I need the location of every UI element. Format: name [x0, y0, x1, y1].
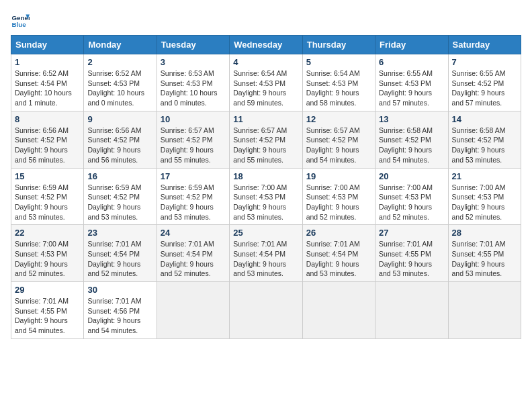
week-row-3: 15 Sunrise: 6:59 AM Sunset: 4:52 PM Dayl…	[11, 168, 521, 225]
calendar-table: SundayMondayTuesdayWednesdayThursdayFrid…	[11, 35, 521, 339]
day-number: 11	[233, 114, 298, 124]
day-cell: 3 Sunrise: 6:53 AM Sunset: 4:53 PM Dayli…	[157, 54, 229, 111]
day-info: Sunrise: 6:58 AM Sunset: 4:52 PM Dayligh…	[452, 126, 517, 165]
day-cell: 25 Sunrise: 7:01 AM Sunset: 4:54 PM Dayl…	[230, 225, 302, 282]
day-cell	[302, 282, 375, 339]
day-number: 25	[233, 228, 298, 238]
day-cell: 2 Sunrise: 6:52 AM Sunset: 4:53 PM Dayli…	[84, 54, 157, 111]
day-cell: 19 Sunrise: 7:00 AM Sunset: 4:53 PM Dayl…	[302, 168, 375, 225]
day-number: 28	[452, 228, 517, 238]
day-number: 18	[233, 171, 298, 181]
header-row: SundayMondayTuesdayWednesdayThursdayFrid…	[11, 36, 521, 54]
day-cell: 21 Sunrise: 7:00 AM Sunset: 4:53 PM Dayl…	[448, 168, 521, 225]
day-info: Sunrise: 7:01 AM Sunset: 4:54 PM Dayligh…	[233, 239, 298, 279]
page-header: General Blue	[11, 11, 521, 30]
day-cell: 22 Sunrise: 7:00 AM Sunset: 4:53 PM Dayl…	[11, 225, 84, 282]
day-info: Sunrise: 7:01 AM Sunset: 4:56 PM Dayligh…	[87, 296, 152, 336]
day-number: 10	[161, 114, 226, 124]
day-cell: 9 Sunrise: 6:56 AM Sunset: 4:52 PM Dayli…	[84, 111, 157, 168]
day-number: 20	[379, 171, 444, 181]
day-cell	[157, 282, 229, 339]
day-info: Sunrise: 6:56 AM Sunset: 4:52 PM Dayligh…	[15, 126, 80, 165]
day-info: Sunrise: 7:00 AM Sunset: 4:53 PM Dayligh…	[306, 183, 371, 222]
day-cell: 13 Sunrise: 6:58 AM Sunset: 4:52 PM Dayl…	[375, 111, 448, 168]
day-info: Sunrise: 6:59 AM Sunset: 4:52 PM Dayligh…	[161, 183, 226, 222]
day-cell	[230, 282, 302, 339]
day-cell: 30 Sunrise: 7:01 AM Sunset: 4:56 PM Dayl…	[84, 282, 157, 339]
day-cell: 17 Sunrise: 6:59 AM Sunset: 4:52 PM Dayl…	[157, 168, 229, 225]
day-cell: 12 Sunrise: 6:57 AM Sunset: 4:52 PM Dayl…	[302, 111, 375, 168]
day-info: Sunrise: 6:54 AM Sunset: 4:53 PM Dayligh…	[306, 68, 371, 108]
day-cell: 24 Sunrise: 7:01 AM Sunset: 4:54 PM Dayl…	[157, 225, 229, 282]
day-info: Sunrise: 6:59 AM Sunset: 4:52 PM Dayligh…	[15, 183, 80, 222]
day-cell: 6 Sunrise: 6:55 AM Sunset: 4:53 PM Dayli…	[375, 54, 448, 111]
day-info: Sunrise: 7:01 AM Sunset: 4:55 PM Dayligh…	[15, 296, 80, 336]
week-row-4: 22 Sunrise: 7:00 AM Sunset: 4:53 PM Dayl…	[11, 225, 521, 282]
day-cell: 10 Sunrise: 6:57 AM Sunset: 4:52 PM Dayl…	[157, 111, 229, 168]
day-number: 22	[15, 228, 80, 238]
calendar-body: 1 Sunrise: 6:52 AM Sunset: 4:54 PM Dayli…	[11, 54, 521, 339]
day-cell: 27 Sunrise: 7:01 AM Sunset: 4:55 PM Dayl…	[375, 225, 448, 282]
day-number: 7	[452, 57, 517, 67]
day-cell: 14 Sunrise: 6:58 AM Sunset: 4:52 PM Dayl…	[448, 111, 521, 168]
day-cell: 28 Sunrise: 7:01 AM Sunset: 4:55 PM Dayl…	[448, 225, 521, 282]
header-monday: Monday	[84, 36, 157, 54]
day-number: 14	[452, 114, 517, 124]
day-number: 17	[161, 171, 226, 181]
day-info: Sunrise: 6:57 AM Sunset: 4:52 PM Dayligh…	[306, 126, 371, 165]
day-number: 15	[15, 171, 80, 181]
calendar-header: SundayMondayTuesdayWednesdayThursdayFrid…	[11, 36, 521, 54]
day-cell	[375, 282, 448, 339]
day-number: 29	[15, 285, 80, 295]
day-number: 13	[379, 114, 444, 124]
logo: General Blue	[11, 11, 30, 30]
day-number: 24	[161, 228, 226, 238]
day-info: Sunrise: 6:53 AM Sunset: 4:53 PM Dayligh…	[161, 68, 226, 108]
day-number: 16	[87, 171, 152, 181]
day-cell: 15 Sunrise: 6:59 AM Sunset: 4:52 PM Dayl…	[11, 168, 84, 225]
day-info: Sunrise: 7:01 AM Sunset: 4:54 PM Dayligh…	[161, 239, 226, 279]
day-info: Sunrise: 6:52 AM Sunset: 4:53 PM Dayligh…	[87, 68, 152, 108]
day-info: Sunrise: 7:00 AM Sunset: 4:53 PM Dayligh…	[452, 183, 517, 222]
day-number: 2	[87, 57, 152, 67]
day-cell: 7 Sunrise: 6:55 AM Sunset: 4:52 PM Dayli…	[448, 54, 521, 111]
day-cell: 29 Sunrise: 7:01 AM Sunset: 4:55 PM Dayl…	[11, 282, 84, 339]
day-number: 4	[233, 57, 298, 67]
day-number: 6	[379, 57, 444, 67]
svg-text:Blue: Blue	[11, 21, 26, 28]
header-friday: Friday	[375, 36, 448, 54]
day-info: Sunrise: 6:56 AM Sunset: 4:52 PM Dayligh…	[87, 126, 152, 165]
day-info: Sunrise: 6:59 AM Sunset: 4:52 PM Dayligh…	[87, 183, 152, 222]
day-info: Sunrise: 7:00 AM Sunset: 4:53 PM Dayligh…	[379, 183, 444, 222]
day-cell: 5 Sunrise: 6:54 AM Sunset: 4:53 PM Dayli…	[302, 54, 375, 111]
day-info: Sunrise: 7:01 AM Sunset: 4:54 PM Dayligh…	[306, 239, 371, 279]
day-number: 3	[161, 57, 226, 67]
day-info: Sunrise: 6:52 AM Sunset: 4:54 PM Dayligh…	[15, 68, 80, 108]
day-number: 23	[87, 228, 152, 238]
day-info: Sunrise: 6:57 AM Sunset: 4:52 PM Dayligh…	[161, 126, 226, 165]
day-info: Sunrise: 6:55 AM Sunset: 4:53 PM Dayligh…	[379, 68, 444, 108]
day-info: Sunrise: 7:01 AM Sunset: 4:55 PM Dayligh…	[379, 239, 444, 279]
header-wednesday: Wednesday	[230, 36, 302, 54]
day-number: 26	[306, 228, 371, 238]
day-info: Sunrise: 6:57 AM Sunset: 4:52 PM Dayligh…	[233, 126, 298, 165]
day-number: 27	[379, 228, 444, 238]
day-cell: 26 Sunrise: 7:01 AM Sunset: 4:54 PM Dayl…	[302, 225, 375, 282]
day-info: Sunrise: 7:00 AM Sunset: 4:53 PM Dayligh…	[233, 183, 298, 222]
day-info: Sunrise: 7:00 AM Sunset: 4:53 PM Dayligh…	[15, 239, 80, 279]
day-cell: 18 Sunrise: 7:00 AM Sunset: 4:53 PM Dayl…	[230, 168, 302, 225]
day-cell: 1 Sunrise: 6:52 AM Sunset: 4:54 PM Dayli…	[11, 54, 84, 111]
day-cell: 16 Sunrise: 6:59 AM Sunset: 4:52 PM Dayl…	[84, 168, 157, 225]
day-number: 5	[306, 57, 371, 67]
day-info: Sunrise: 6:58 AM Sunset: 4:52 PM Dayligh…	[379, 126, 444, 165]
day-number: 8	[15, 114, 80, 124]
day-info: Sunrise: 7:01 AM Sunset: 4:55 PM Dayligh…	[452, 239, 517, 279]
day-number: 12	[306, 114, 371, 124]
header-tuesday: Tuesday	[157, 36, 229, 54]
day-number: 9	[87, 114, 152, 124]
week-row-1: 1 Sunrise: 6:52 AM Sunset: 4:54 PM Dayli…	[11, 54, 521, 111]
day-info: Sunrise: 7:01 AM Sunset: 4:54 PM Dayligh…	[87, 239, 152, 279]
day-cell	[448, 282, 521, 339]
header-thursday: Thursday	[302, 36, 375, 54]
week-row-5: 29 Sunrise: 7:01 AM Sunset: 4:55 PM Dayl…	[11, 282, 521, 339]
